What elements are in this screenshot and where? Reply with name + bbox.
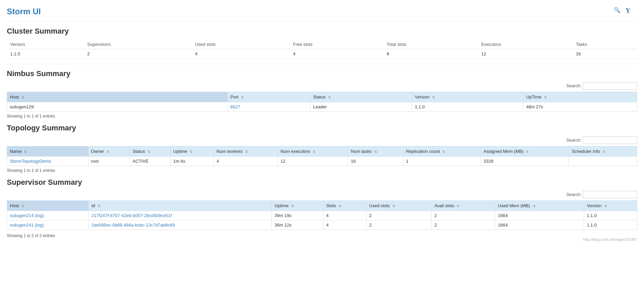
supervisor-row-2: xuliugen241 (log) 2ae595ec-0b89-484a-bcb… — [7, 220, 637, 230]
sort-arrows-sup-host: ⇅ — [21, 204, 24, 208]
col-total-slots: Total slots — [383, 40, 478, 49]
search-icon[interactable]: 🔍 — [614, 7, 621, 15]
supervisor-search-input[interactable] — [583, 191, 637, 198]
topology-search-label: Search: — [566, 138, 582, 143]
nimbus-status: Leader — [310, 102, 412, 112]
col-tasks: Tasks — [573, 40, 637, 49]
footer-url: http://blog.csdn.net/xlgen157387 — [583, 237, 637, 242]
topo-name-cell: StormTopologyDemo — [7, 157, 88, 166]
sort-arrows-num-tasks: ⇅ — [374, 150, 377, 154]
sup-version-1: 1.1.0 — [584, 211, 637, 220]
sup-uptime-2: 36m 12s — [272, 220, 323, 230]
topo-col-owner[interactable]: Owner ⇅ — [88, 146, 130, 157]
supervisor-row-1: xuliugen214 (log) 217f247f-8707-42e0-b05… — [7, 211, 637, 220]
sort-arrows-owner: ⇅ — [106, 150, 109, 154]
supervisor-showing: Showing 1 to 2 of 2 entries — [7, 233, 55, 238]
nimbus-uptime: 48m 27s — [523, 102, 637, 112]
sup-log-link-1[interactable]: (log) — [35, 213, 44, 218]
col-executors: Executors — [478, 40, 573, 49]
sup-host-2: xuliugen241 (log) — [7, 220, 89, 230]
nimbus-summary-title: Nimbus Summary — [7, 69, 637, 78]
sup-col-avail-slots[interactable]: Avail slots ⇅ — [431, 201, 495, 211]
sort-arrows-uptime: ⇅ — [544, 95, 547, 99]
sort-arrows-status: ⇅ — [328, 95, 331, 99]
sup-version-2: 1.1.0 — [584, 220, 637, 230]
sup-col-host[interactable]: Host ⇅ — [7, 201, 89, 211]
sort-arrows-sup-avail-slots: ⇅ — [457, 204, 459, 208]
sort-arrows-sup-uptime: ⇅ — [291, 204, 294, 208]
supervisor-summary-title: Supervisor Summary — [7, 178, 637, 187]
sup-avail-slots-1: 2 — [431, 211, 495, 220]
sup-id-2: 2ae595ec-0b89-484a-bcbc-13c7d7ab8c69 — [88, 220, 272, 230]
nimbus-showing: Showing 1 to 1 of 1 entries — [7, 114, 637, 119]
nimbus-col-version[interactable]: Version ⇅ — [412, 92, 523, 102]
topo-col-uptime[interactable]: Uptime ⇅ — [170, 146, 214, 157]
topology-search-bar: Search: — [7, 137, 637, 144]
topology-showing: Showing 1 to 1 of 1 entries — [7, 168, 637, 173]
cluster-executors: 12 — [478, 49, 573, 59]
cluster-tasks: 16 — [573, 49, 637, 59]
sup-col-version[interactable]: Version ⇅ — [584, 201, 637, 211]
sup-col-used-slots[interactable]: Used slots ⇅ — [366, 201, 431, 211]
top-icons: 🔍 Y — [614, 7, 630, 15]
sort-arrows-assigned-mem: ⇅ — [526, 150, 529, 154]
topo-num-tasks: 16 — [348, 157, 403, 166]
nimbus-col-status[interactable]: Status ⇅ — [310, 92, 412, 102]
sup-host-link-2[interactable]: xuliugen241 — [10, 222, 34, 228]
supervisor-search-bar: Search: — [7, 191, 637, 198]
topo-uptime: 1m 6s — [170, 157, 214, 166]
nimbus-host: xuliugen129 — [7, 102, 228, 112]
sup-id-link-2[interactable]: 2ae595ec-0b89-484a-bcbc-13c7d7ab8c69 — [91, 222, 175, 228]
topo-col-replication[interactable]: Replication count ⇅ — [403, 146, 480, 157]
cluster-summary-table: Version Supervisors Used slots Free slot… — [7, 40, 637, 59]
topo-col-num-workers[interactable]: Num workers ⇅ — [214, 146, 277, 157]
cluster-version: 1.1.0 — [7, 49, 84, 59]
topo-status: ACTIVE — [130, 157, 170, 166]
topo-num-executors: 12 — [277, 157, 348, 166]
sup-id-link-1[interactable]: 217f247f-8707-42e0-b057-28cd5b9ce51f — [91, 213, 172, 218]
sup-used-mem-2: 1664 — [495, 220, 584, 230]
sup-avail-slots-2: 2 — [431, 220, 495, 230]
sup-col-slots[interactable]: Slots ⇅ — [323, 201, 366, 211]
nimbus-col-port[interactable]: Port ⇅ — [227, 92, 310, 102]
sup-col-id[interactable]: Id ⇅ — [88, 201, 272, 211]
topology-row: StormTopologyDemo root ACTIVE 1m 6s 4 12… — [7, 157, 637, 166]
nimbus-search-input[interactable] — [583, 82, 637, 90]
app-title: Storm UI — [7, 3, 637, 22]
sort-arrows-port: ⇅ — [241, 95, 244, 99]
nimbus-port: 6627 — [227, 102, 310, 112]
nimbus-table: Host ⇅ Port ⇅ Status ⇅ Version ⇅ UpTime — [7, 92, 637, 112]
topo-owner: root — [88, 157, 130, 166]
topo-scheduler-info — [569, 157, 637, 166]
topo-assigned-mem: 3328 — [481, 157, 569, 166]
topo-col-status[interactable]: Status ⇅ — [130, 146, 170, 157]
cluster-summary-title: Cluster Summary — [7, 27, 637, 36]
sort-arrows-topo-uptime: ⇅ — [190, 150, 192, 154]
topology-summary-title: Topology Summary — [7, 124, 637, 132]
sup-col-used-mem[interactable]: Used Mem (MB) ⇅ — [495, 201, 584, 211]
sup-col-uptime[interactable]: Uptime ⇅ — [272, 201, 323, 211]
cluster-used-slots: 4 — [191, 49, 289, 59]
topo-col-scheduler-info[interactable]: Scheduler Info ⇅ — [569, 146, 637, 157]
supervisor-table: Host ⇅ Id ⇅ Uptime ⇅ Slots ⇅ Used slots — [7, 200, 637, 230]
topo-col-num-executors[interactable]: Num executors ⇅ — [277, 146, 348, 157]
topo-col-num-tasks[interactable]: Num tasks ⇅ — [348, 146, 403, 157]
topo-col-name[interactable]: Name ⇅ — [7, 146, 88, 157]
sup-log-link-2[interactable]: (log) — [35, 222, 44, 228]
supervisor-search-label: Search: — [566, 192, 582, 197]
cluster-supervisors: 2 — [84, 49, 192, 59]
nimbus-col-uptime[interactable]: UpTime ⇅ — [523, 92, 637, 102]
sup-slots-2: 4 — [323, 220, 366, 230]
sup-host-link-1[interactable]: xuliugen214 — [10, 213, 34, 218]
topo-name-link[interactable]: StormTopologyDemo — [10, 159, 51, 164]
cluster-row: 1.1.0 2 4 4 8 12 16 — [7, 49, 637, 59]
nimbus-row: xuliugen129 6627 Leader 1.1.0 48m 27s — [7, 102, 637, 112]
topology-table: Name ⇅ Owner ⇅ Status ⇅ Uptime ⇅ Num wor… — [7, 146, 637, 166]
topology-search-input[interactable] — [583, 137, 637, 144]
nimbus-port-link[interactable]: 6627 — [231, 104, 240, 109]
sort-arrows-sup-used-slots: ⇅ — [392, 204, 395, 208]
sort-arrows-num-workers: ⇅ — [245, 150, 248, 154]
filter-icon[interactable]: Y — [626, 7, 630, 15]
topo-col-assigned-mem[interactable]: Assigned Mem (MB) ⇅ — [481, 146, 569, 157]
nimbus-col-host[interactable]: Host ⇅ — [7, 92, 228, 102]
